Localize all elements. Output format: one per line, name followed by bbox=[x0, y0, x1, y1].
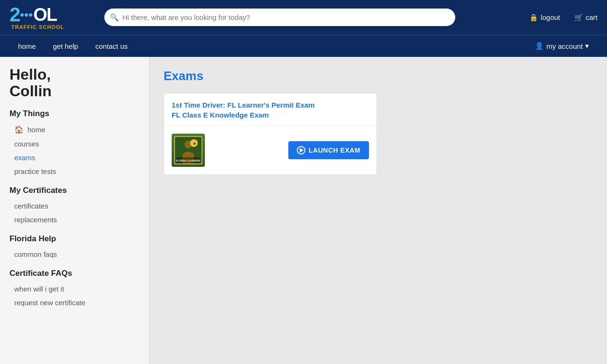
nav-bar: home get help contact us 👤 my account ▾ bbox=[0, 35, 607, 57]
exam-title-line1: 1st Time Driver: FL Learner's Permit Exa… bbox=[172, 100, 369, 110]
sidebar-item-practice-tests[interactable]: practice tests bbox=[9, 164, 139, 178]
page-title: Exams bbox=[164, 69, 593, 83]
exam-logo-svg: ★ FLORIDA LEARNERS bbox=[174, 136, 202, 164]
launch-label: LAUNCH EXAM bbox=[309, 146, 360, 154]
logo-cool: OL bbox=[33, 6, 56, 24]
logo-subtitle: TRAFFIC SCHOOL bbox=[11, 25, 64, 30]
exam-card-header: 1st Time Driver: FL Learner's Permit Exa… bbox=[164, 93, 377, 126]
my-certificates-title: My Certificates bbox=[9, 186, 139, 195]
my-things-title: My Things bbox=[9, 109, 139, 118]
nav-home[interactable]: home bbox=[9, 36, 45, 57]
search-icon: 🔍 bbox=[110, 13, 119, 22]
certificate-faqs-title: Certificate FAQs bbox=[9, 269, 139, 278]
nav-get-help[interactable]: get help bbox=[45, 36, 87, 57]
exam-card-body: ★ FLORIDA LEARNERS LAUNCH EXAM bbox=[164, 126, 377, 174]
content-wrapper: Hello, Collin My Things 🏠 home courses e… bbox=[0, 57, 607, 364]
exam-title-line2: FL Class E Knowledge Exam bbox=[172, 110, 369, 120]
search-input[interactable] bbox=[104, 9, 455, 26]
exam-logo: ★ FLORIDA LEARNERS bbox=[172, 134, 205, 167]
sidebar-item-exams[interactable]: exams bbox=[9, 151, 139, 164]
chevron-down-icon: ▾ bbox=[585, 42, 589, 50]
greeting-line1: Hello, bbox=[9, 66, 139, 83]
logo[interactable]: 2 OL TRAFFIC SCHOOL bbox=[9, 5, 95, 30]
search-bar: 🔍 bbox=[104, 9, 455, 26]
svg-text:★: ★ bbox=[193, 141, 197, 146]
greeting: Hello, Collin bbox=[9, 66, 139, 100]
cart-icon: 🛒 bbox=[574, 13, 583, 22]
sidebar-item-certificates[interactable]: certificates bbox=[9, 199, 139, 213]
sidebar-item-courses[interactable]: courses bbox=[9, 137, 139, 151]
logout-link[interactable]: 🔒 logout bbox=[529, 13, 560, 22]
nav-my-account[interactable]: 👤 my account ▾ bbox=[526, 35, 598, 57]
launch-exam-button[interactable]: LAUNCH EXAM bbox=[288, 141, 369, 159]
logout-label: logout bbox=[541, 13, 560, 21]
home-icon: 🏠 bbox=[14, 125, 24, 134]
exam-card-title: 1st Time Driver: FL Learner's Permit Exa… bbox=[172, 100, 369, 120]
exam-card: 1st Time Driver: FL Learner's Permit Exa… bbox=[164, 93, 377, 175]
nav-contact-us[interactable]: contact us bbox=[87, 36, 136, 57]
lock-icon: 🔒 bbox=[529, 13, 538, 22]
sidebar-item-request-new-certificate[interactable]: request new certificate bbox=[9, 296, 139, 309]
main-content: Exams 1st Time Driver: FL Learner's Perm… bbox=[149, 57, 607, 364]
header-actions: 🔒 logout 🛒 cart bbox=[529, 13, 598, 22]
greeting-line2: Collin bbox=[9, 83, 139, 100]
nav-right: 👤 my account ▾ bbox=[526, 35, 598, 57]
user-icon: 👤 bbox=[535, 42, 544, 50]
cart-link[interactable]: 🛒 cart bbox=[574, 13, 598, 22]
sidebar-item-home[interactable]: 🏠 home bbox=[9, 122, 139, 137]
sidebar-item-common-faqs[interactable]: common faqs bbox=[9, 247, 139, 261]
play-circle-icon bbox=[297, 146, 305, 155]
florida-help-title: Florida Help bbox=[9, 234, 139, 244]
svg-text:FLORIDA LEARNERS: FLORIDA LEARNERS bbox=[176, 159, 201, 162]
sidebar-item-replacements[interactable]: replacements bbox=[9, 213, 139, 227]
cart-label: cart bbox=[586, 13, 598, 21]
logo-2: 2 bbox=[9, 5, 19, 25]
sidebar: Hello, Collin My Things 🏠 home courses e… bbox=[0, 57, 149, 364]
logo-dots bbox=[20, 13, 32, 17]
sidebar-item-when-will-i-get-it[interactable]: when will i get it bbox=[9, 282, 139, 296]
play-triangle-icon bbox=[300, 148, 304, 153]
